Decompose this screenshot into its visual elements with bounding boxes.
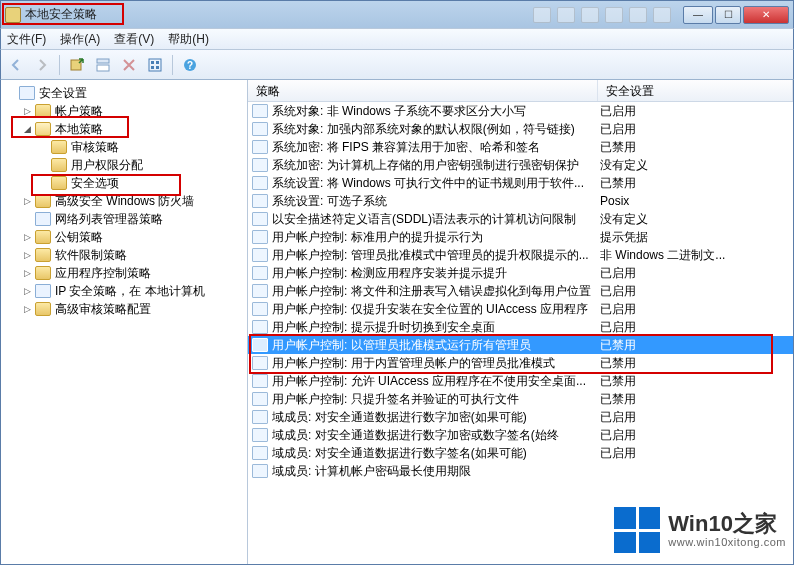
policy-name: 系统设置: 可选子系统 xyxy=(272,193,596,210)
forward-button[interactable] xyxy=(31,54,53,76)
watermark: Win10之家 www.win10xitong.com xyxy=(614,507,786,553)
list-body[interactable]: 系统对象: 非 Windows 子系统不要求区分大小写已启用系统对象: 加强内部… xyxy=(248,102,793,564)
tree-software-restrict[interactable]: ▷软件限制策略 xyxy=(21,246,247,264)
tree-local-policy[interactable]: ◢本地策略 xyxy=(21,120,247,138)
shield-icon xyxy=(35,284,51,298)
menu-help[interactable]: 帮助(H) xyxy=(168,31,209,48)
list-row[interactable]: 用户帐户控制: 管理员批准模式中管理员的提升权限提示的...非 Windows … xyxy=(248,246,793,264)
back-button[interactable] xyxy=(5,54,27,76)
list-row[interactable]: 用户帐户控制: 只提升签名并验证的可执行文件已禁用 xyxy=(248,390,793,408)
list-row[interactable]: 用户帐户控制: 检测应用程序安装并提示提升已启用 xyxy=(248,264,793,282)
policy-icon xyxy=(252,374,268,388)
policy-icon xyxy=(252,266,268,280)
watermark-url: www.win10xitong.com xyxy=(668,536,786,548)
maximize-button[interactable]: ☐ xyxy=(715,6,741,24)
policy-setting: 已启用 xyxy=(596,121,793,138)
menu-action[interactable]: 操作(A) xyxy=(60,31,100,48)
minimize-button[interactable]: — xyxy=(683,6,713,24)
svg-rect-3 xyxy=(149,59,161,71)
policy-icon xyxy=(252,158,268,172)
tree-app-control[interactable]: ▷应用程序控制策略 xyxy=(21,264,247,282)
list-row[interactable]: 用户帐户控制: 标准用户的提升提示行为提示凭据 xyxy=(248,228,793,246)
titlebar: 本地安全策略 — ☐ ✕ xyxy=(0,0,794,28)
policy-name: 系统对象: 加强内部系统对象的默认权限(例如，符号链接) xyxy=(272,121,596,138)
svg-text:?: ? xyxy=(187,60,193,71)
list-row[interactable]: 系统对象: 加强内部系统对象的默认权限(例如，符号链接)已启用 xyxy=(248,120,793,138)
policy-setting: 已禁用 xyxy=(596,139,793,156)
policy-setting: 已启用 xyxy=(596,283,793,300)
tree-public-key[interactable]: ▷公钥策略 xyxy=(21,228,247,246)
menu-view[interactable]: 查看(V) xyxy=(114,31,154,48)
list-row[interactable]: 系统加密: 为计算机上存储的用户密钥强制进行强密钥保护没有定义 xyxy=(248,156,793,174)
policy-name: 用户帐户控制: 允许 UIAccess 应用程序在不使用安全桌面... xyxy=(272,373,596,390)
svg-rect-4 xyxy=(151,61,154,64)
list-row[interactable]: 用户帐户控制: 提示提升时切换到安全桌面已启用 xyxy=(248,318,793,336)
policy-name: 系统加密: 将 FIPS 兼容算法用于加密、哈希和签名 xyxy=(272,139,596,156)
policy-setting: 已禁用 xyxy=(596,391,793,408)
tree-audit-policy[interactable]: 审核策略 xyxy=(37,138,247,156)
list-row[interactable]: 用户帐户控制: 用于内置管理员帐户的管理员批准模式已禁用 xyxy=(248,354,793,372)
tree-network-list[interactable]: 网络列表管理器策略 xyxy=(21,210,247,228)
col-setting[interactable]: 安全设置 xyxy=(598,80,793,101)
policy-name: 域成员: 对安全通道数据进行数字加密或数字签名(始终 xyxy=(272,427,596,444)
list-row[interactable]: 用户帐户控制: 仅提升安装在安全位置的 UIAccess 应用程序已启用 xyxy=(248,300,793,318)
policy-setting: 已启用 xyxy=(596,445,793,462)
folder-open-icon xyxy=(35,122,51,136)
tree-user-rights[interactable]: 用户权限分配 xyxy=(37,156,247,174)
policy-setting: 已禁用 xyxy=(596,337,793,354)
list-row[interactable]: 以安全描述符定义语言(SDDL)语法表示的计算机访问限制没有定义 xyxy=(248,210,793,228)
policy-name: 系统设置: 将 Windows 可执行文件中的证书规则用于软件... xyxy=(272,175,596,192)
policy-icon xyxy=(252,176,268,190)
tree-security-options[interactable]: 安全选项 xyxy=(37,174,247,192)
tree-firewall[interactable]: ▷高级安全 Windows 防火墙 xyxy=(21,192,247,210)
taskbar-preview-icons xyxy=(533,7,671,23)
list-row[interactable]: 系统设置: 可选子系统Posix xyxy=(248,192,793,210)
close-button[interactable]: ✕ xyxy=(743,6,789,24)
export-button[interactable] xyxy=(66,54,88,76)
menu-file[interactable]: 文件(F) xyxy=(7,31,46,48)
policy-icon xyxy=(252,248,268,262)
policy-icon xyxy=(252,428,268,442)
list-row[interactable]: 系统设置: 将 Windows 可执行文件中的证书规则用于软件...已禁用 xyxy=(248,174,793,192)
list-row[interactable]: 系统加密: 将 FIPS 兼容算法用于加密、哈希和签名已禁用 xyxy=(248,138,793,156)
policy-name: 用户帐户控制: 提示提升时切换到安全桌面 xyxy=(272,319,596,336)
folder-icon xyxy=(35,104,51,118)
tree-root[interactable]: 安全设置 xyxy=(5,84,247,102)
navigation-tree[interactable]: 安全设置 ▷帐户策略 ◢本地策略 审核策略 用户权限分配 安全选项 ▷高级安全 … xyxy=(1,80,248,564)
list-row[interactable]: 域成员: 对安全通道数据进行数字加密(如果可能)已启用 xyxy=(248,408,793,426)
properties-button[interactable] xyxy=(92,54,114,76)
policy-name: 以安全描述符定义语言(SDDL)语法表示的计算机访问限制 xyxy=(272,211,596,228)
policy-name: 域成员: 对安全通道数据进行数字签名(如果可能) xyxy=(272,445,596,462)
policy-setting: 已启用 xyxy=(596,319,793,336)
policy-name: 用户帐户控制: 管理员批准模式中管理员的提升权限提示的... xyxy=(272,247,596,264)
list-row[interactable]: 用户帐户控制: 允许 UIAccess 应用程序在不使用安全桌面...已禁用 xyxy=(248,372,793,390)
policy-icon xyxy=(252,284,268,298)
policy-setting: 已启用 xyxy=(596,301,793,318)
help-button[interactable]: ? xyxy=(179,54,201,76)
doc-icon xyxy=(35,212,51,226)
svg-rect-5 xyxy=(156,61,159,64)
policy-name: 用户帐户控制: 检测应用程序安装并提示提升 xyxy=(272,265,596,282)
tree-advanced-audit[interactable]: ▷高级审核策略配置 xyxy=(21,300,247,318)
list-header: 策略 安全设置 xyxy=(248,80,793,102)
policy-icon xyxy=(252,338,268,352)
tree-account-policy[interactable]: ▷帐户策略 xyxy=(21,102,247,120)
policy-icon xyxy=(252,302,268,316)
list-row[interactable]: 用户帐户控制: 将文件和注册表写入错误虚拟化到每用户位置已启用 xyxy=(248,282,793,300)
refresh-button[interactable] xyxy=(144,54,166,76)
policy-setting: 已禁用 xyxy=(596,355,793,372)
policy-name: 系统加密: 为计算机上存储的用户密钥强制进行强密钥保护 xyxy=(272,157,596,174)
list-row[interactable]: 域成员: 计算机帐户密码最长使用期限 xyxy=(248,462,793,480)
tree-ip-security[interactable]: ▷IP 安全策略，在 本地计算机 xyxy=(21,282,247,300)
list-row[interactable]: 域成员: 对安全通道数据进行数字签名(如果可能)已启用 xyxy=(248,444,793,462)
col-policy[interactable]: 策略 xyxy=(248,80,598,101)
policy-icon xyxy=(252,230,268,244)
policy-list-pane: 策略 安全设置 系统对象: 非 Windows 子系统不要求区分大小写已启用系统… xyxy=(248,80,793,564)
list-row[interactable]: 系统对象: 非 Windows 子系统不要求区分大小写已启用 xyxy=(248,102,793,120)
policy-setting: 没有定义 xyxy=(596,211,793,228)
delete-button[interactable] xyxy=(118,54,140,76)
folder-icon xyxy=(35,302,51,316)
list-row[interactable]: 域成员: 对安全通道数据进行数字加密或数字签名(始终已启用 xyxy=(248,426,793,444)
policy-setting: 已启用 xyxy=(596,265,793,282)
list-row[interactable]: 用户帐户控制: 以管理员批准模式运行所有管理员已禁用 xyxy=(248,336,793,354)
